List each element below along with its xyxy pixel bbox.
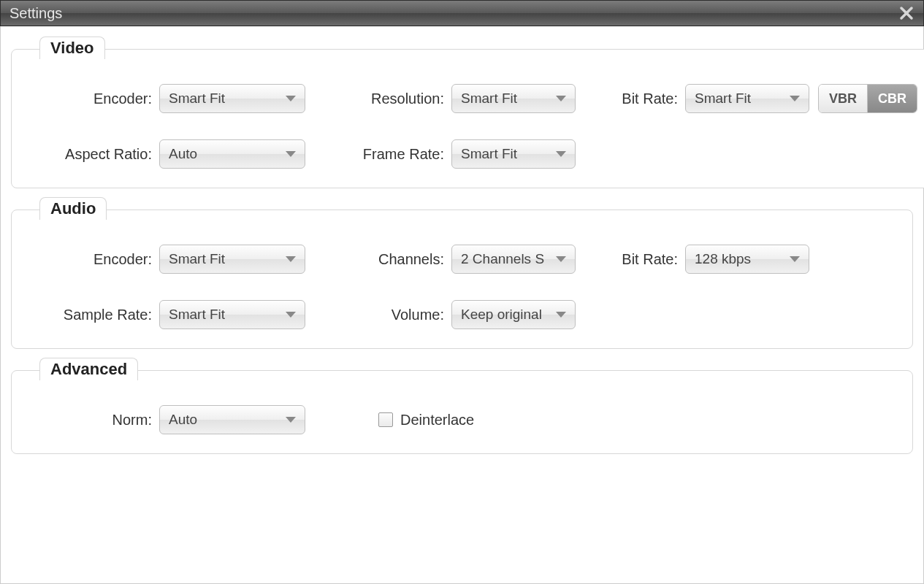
video-framerate-select[interactable]: Smart Fit <box>451 139 576 169</box>
video-aspect-value: Auto <box>169 146 197 162</box>
video-framerate-label: Frame Rate: <box>335 146 444 163</box>
video-rate-mode-toggle: VBR CBR <box>818 84 917 113</box>
audio-samplerate-value: Smart Fit <box>169 307 225 323</box>
cbr-button[interactable]: CBR <box>867 85 917 112</box>
chevron-down-icon <box>286 96 296 101</box>
advanced-norm-select[interactable]: Auto <box>159 405 305 434</box>
vbr-button[interactable]: VBR <box>819 85 867 112</box>
advanced-legend: Advanced <box>39 358 138 380</box>
audio-volume-value: Keep original <box>461 307 542 323</box>
video-row-1: Encoder: Smart Fit Resolution: Smart Fit… <box>28 84 917 113</box>
chevron-down-icon <box>286 312 296 318</box>
video-encoder-select[interactable]: Smart Fit <box>159 84 305 113</box>
chevron-down-icon <box>790 256 800 262</box>
deinterlace-label: Deinterlace <box>400 412 474 429</box>
chevron-down-icon <box>790 96 800 101</box>
audio-bitrate-select[interactable]: 128 kbps <box>685 245 809 274</box>
video-row-2: Aspect Ratio: Auto Frame Rate: Smart Fit <box>28 139 917 169</box>
audio-row-2: Sample Rate: Smart Fit Volume: Keep orig… <box>28 300 896 329</box>
video-group: Video Encoder: Smart Fit Resolution: Sma… <box>11 38 924 188</box>
video-encoder-label: Encoder: <box>28 91 152 107</box>
chevron-down-icon <box>556 256 566 262</box>
chevron-down-icon <box>556 151 566 157</box>
audio-row-1: Encoder: Smart Fit Channels: 2 Channels … <box>28 245 896 274</box>
audio-group: Audio Encoder: Smart Fit Channels: 2 Cha… <box>11 199 913 349</box>
advanced-norm-label: Norm: <box>28 412 152 429</box>
video-bitrate-select[interactable]: Smart Fit <box>685 84 809 113</box>
deinterlace-checkbox[interactable]: Deinterlace <box>378 412 474 429</box>
video-framerate-value: Smart Fit <box>461 146 517 162</box>
title-bar: Settings <box>0 0 924 26</box>
video-bitrate-label: Bit Rate: <box>597 91 678 107</box>
video-aspect-select[interactable]: Auto <box>159 139 305 169</box>
chevron-down-icon <box>286 417 296 423</box>
audio-samplerate-label: Sample Rate: <box>28 307 152 323</box>
video-resolution-value: Smart Fit <box>461 91 517 107</box>
checkbox-box-icon <box>378 412 393 427</box>
audio-volume-select[interactable]: Keep original <box>451 300 576 329</box>
audio-encoder-select[interactable]: Smart Fit <box>159 245 305 274</box>
video-encoder-value: Smart Fit <box>169 91 225 107</box>
chevron-down-icon <box>286 151 296 157</box>
audio-channels-select[interactable]: 2 Channels S <box>451 245 576 274</box>
audio-encoder-value: Smart Fit <box>169 251 225 267</box>
audio-channels-value: 2 Channels S <box>461 251 544 267</box>
audio-legend: Audio <box>39 197 107 220</box>
chevron-down-icon <box>286 256 296 262</box>
window-title: Settings <box>9 5 62 22</box>
chevron-down-icon <box>556 312 566 318</box>
audio-bitrate-label: Bit Rate: <box>597 251 678 268</box>
video-resolution-label: Resolution: <box>335 91 444 107</box>
close-icon <box>899 6 914 20</box>
video-aspect-label: Aspect Ratio: <box>28 146 152 163</box>
audio-encoder-label: Encoder: <box>28 251 152 268</box>
audio-channels-label: Channels: <box>335 251 444 268</box>
video-legend: Video <box>39 36 105 59</box>
close-button[interactable] <box>897 4 916 23</box>
video-resolution-select[interactable]: Smart Fit <box>451 84 576 113</box>
audio-samplerate-select[interactable]: Smart Fit <box>159 300 305 329</box>
audio-bitrate-value: 128 kbps <box>695 251 751 267</box>
audio-volume-label: Volume: <box>335 307 444 323</box>
advanced-norm-value: Auto <box>169 412 197 428</box>
settings-content: Video Encoder: Smart Fit Resolution: Sma… <box>0 26 924 584</box>
chevron-down-icon <box>556 96 566 101</box>
video-bitrate-value: Smart Fit <box>695 91 751 107</box>
advanced-group: Advanced Norm: Auto Deinterlace <box>11 359 913 454</box>
advanced-row: Norm: Auto Deinterlace <box>28 405 896 434</box>
